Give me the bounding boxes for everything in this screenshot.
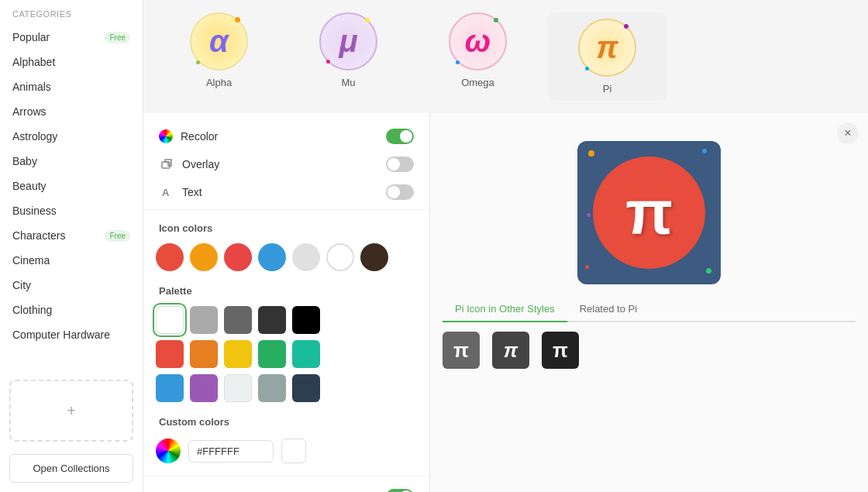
color-preview-box[interactable] — [281, 439, 306, 463]
close-button[interactable]: × — [837, 122, 859, 144]
sidebar-item-clothing[interactable]: Clothing — [0, 298, 143, 322]
icon-colors-title: Icon colors — [143, 213, 429, 239]
sidebar-item-beauty[interactable]: Beauty — [0, 174, 143, 198]
pi-label: Pi — [603, 83, 612, 95]
text-label: Text — [182, 186, 378, 198]
palette-silver[interactable] — [258, 374, 286, 402]
sidebar-item-animals[interactable]: Animals — [0, 74, 143, 99]
sidebar-item-characters[interactable]: Characters Free — [0, 223, 143, 248]
overlay-toggle[interactable] — [386, 157, 414, 172]
recolor-toggle[interactable] — [386, 129, 414, 144]
palette-purple[interactable] — [190, 374, 218, 402]
add-collection-button[interactable]: + — [9, 380, 133, 442]
palette-lightgray[interactable] — [190, 306, 218, 334]
small-icon-3[interactable]: π — [542, 332, 579, 369]
icon-card-omega[interactable]: ω Omega — [418, 12, 538, 101]
palette-teal[interactable] — [292, 340, 320, 368]
custom-colors-title: Custom colors — [143, 407, 429, 432]
sidebar-item-arrows[interactable]: Arrows — [0, 99, 143, 124]
palette-green[interactable] — [258, 340, 286, 368]
toggle-knob — [388, 186, 400, 198]
svg-marker-1 — [165, 160, 171, 166]
palette-midgray[interactable] — [224, 306, 252, 334]
pi-symbol-large: π — [625, 182, 673, 244]
text-row[interactable]: A Text — [143, 178, 429, 206]
text-toggle[interactable] — [386, 184, 414, 200]
add-effects-row[interactable]: Add Effects — [143, 483, 429, 492]
omega-label: Omega — [461, 77, 494, 88]
free-badge-characters: Free — [105, 230, 130, 242]
sidebar-item-label: Clothing — [12, 304, 52, 316]
swatch-crimson[interactable] — [224, 243, 252, 271]
sidebar-list: Popular Free Alphabet Animals Arrows Ast… — [0, 25, 143, 373]
toggle-knob — [400, 130, 412, 143]
sidebar-item-baby[interactable]: Baby — [0, 149, 143, 174]
sidebar-item-alphabet[interactable]: Alphabet — [0, 50, 143, 74]
plus-icon: + — [67, 402, 76, 420]
sidebar-item-label: Alphabet — [12, 56, 55, 68]
free-badge: Free — [105, 32, 130, 43]
recolor-label: Recolor — [181, 130, 378, 143]
icon-card-mu[interactable]: μ Mu — [288, 12, 408, 101]
sidebar-item-label: Computer Hardware — [12, 329, 110, 341]
palette-grid — [143, 301, 429, 407]
palette-orange[interactable] — [190, 340, 218, 368]
swatch-darkbrown[interactable] — [360, 243, 388, 271]
sidebar-item-label: Popular — [12, 31, 50, 43]
sidebar-item-city[interactable]: City — [0, 273, 143, 298]
custom-colors-row — [143, 432, 429, 470]
sidebar-item-cinema[interactable]: Cinema — [0, 248, 143, 273]
palette-darkgray[interactable] — [258, 306, 286, 334]
palette-blue[interactable] — [156, 374, 184, 402]
sidebar-item-computer-hardware[interactable]: Computer Hardware — [0, 322, 143, 347]
swatch-white[interactable] — [326, 243, 354, 271]
sidebar-item-label: Animals — [12, 81, 51, 93]
color-wheel-icon[interactable] — [156, 439, 181, 463]
swatch-orange[interactable] — [190, 243, 218, 271]
palette-title: Palette — [143, 276, 429, 301]
small-icon-1[interactable]: π — [443, 332, 480, 369]
sidebar-item-popular[interactable]: Popular Free — [0, 25, 143, 50]
palette-offwhite[interactable] — [224, 374, 252, 402]
tab-related[interactable]: Related to Pi — [567, 297, 649, 322]
recolor-icon — [159, 129, 173, 143]
sidebar-item-astrology[interactable]: Astrology — [0, 124, 143, 149]
overlay-label: Overlay — [182, 158, 378, 170]
overlay-row[interactable]: Overlay — [143, 150, 429, 178]
palette-black[interactable] — [292, 306, 320, 334]
effects-panel: Recolor Overlay A Text — [143, 113, 430, 492]
palette-yellow[interactable] — [224, 340, 252, 368]
swatch-blue[interactable] — [258, 243, 286, 271]
swatch-red[interactable] — [156, 243, 184, 271]
preview-panel: × π Pi Icon in Other Styles Related to P… — [430, 113, 868, 492]
sidebar-item-label: Cinema — [12, 254, 50, 267]
sidebar-item-label: Beauty — [12, 180, 46, 192]
pi-large-preview: π — [577, 141, 721, 284]
open-collections-button[interactable]: Open Collections — [9, 454, 133, 483]
add-effects-toggle[interactable] — [386, 489, 414, 492]
small-icons-row: π π π — [443, 322, 856, 378]
sidebar-item-business[interactable]: Business — [0, 198, 143, 223]
mu-label: Mu — [341, 77, 355, 88]
overlay-icon — [159, 157, 174, 172]
sidebar-item-label: Arrows — [12, 105, 46, 118]
icon-card-pi[interactable]: π Pi — [547, 12, 667, 101]
text-icon: A — [159, 184, 174, 200]
sidebar-item-label: Astrology — [12, 130, 57, 143]
omega-preview: ω — [449, 12, 507, 71]
swatch-lightgray[interactable] — [292, 243, 320, 271]
small-icon-2[interactable]: π — [492, 332, 529, 369]
tab-other-styles[interactable]: Pi Icon in Other Styles — [443, 297, 567, 322]
pi-preview: π — [578, 19, 636, 77]
hex-input[interactable] — [188, 440, 274, 463]
palette-red[interactable] — [156, 340, 184, 368]
main-content: α Alpha μ Mu ω Omega — [143, 0, 868, 492]
alpha-label: Alpha — [206, 77, 232, 88]
palette-white[interactable] — [156, 306, 184, 334]
panel-area: Recolor Overlay A Text — [143, 113, 868, 492]
icon-grid: α Alpha μ Mu ω Omega — [143, 0, 868, 113]
palette-navy[interactable] — [292, 374, 320, 402]
pi-circle: π — [593, 157, 705, 269]
icon-card-alpha[interactable]: α Alpha — [159, 12, 279, 101]
recolor-row[interactable]: Recolor — [143, 122, 429, 150]
